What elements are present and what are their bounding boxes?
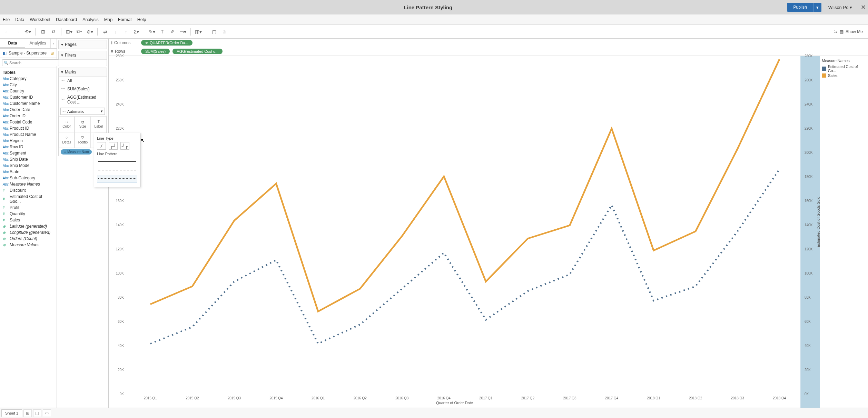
rows-pill-sales[interactable]: SUM(Sales) bbox=[141, 49, 170, 54]
rows-shelf[interactable]: ≡Rows SUM(Sales) AGG(Estimated Cost o... bbox=[109, 47, 868, 56]
menu-map[interactable]: Map bbox=[104, 17, 112, 22]
line-pattern-solid[interactable] bbox=[97, 158, 137, 165]
field-item[interactable]: AbcRow ID bbox=[0, 144, 57, 150]
marks-pill-measure-names[interactable]: ⁙ Measure Nam bbox=[61, 149, 92, 155]
line-type-linear[interactable]: 〳 bbox=[97, 142, 106, 150]
field-item[interactable]: AbcMeasure Names bbox=[0, 181, 57, 187]
share-icon[interactable]: ⎚ bbox=[220, 28, 228, 36]
line-pattern-dashed[interactable] bbox=[97, 166, 137, 174]
datasource-view-icon[interactable]: ⊞ bbox=[50, 51, 54, 56]
save-icon[interactable]: ⟲▾ bbox=[23, 28, 32, 36]
field-item[interactable]: AbcOrder Date bbox=[0, 107, 57, 113]
new-story-icon[interactable]: ▭ bbox=[43, 409, 51, 417]
menu-format[interactable]: Format bbox=[118, 17, 132, 22]
columns-shelf[interactable]: ⦀Columns ⊕QUARTER(Order Da... bbox=[109, 39, 868, 47]
undo-icon[interactable]: ← bbox=[3, 28, 11, 36]
publish-button[interactable]: Publish bbox=[787, 3, 813, 12]
field-item[interactable]: AbcOrder ID bbox=[0, 113, 57, 119]
clear-icon[interactable]: ⊘▾ bbox=[86, 28, 94, 36]
tab-data[interactable]: Data bbox=[0, 39, 25, 48]
field-type-icon: Abc bbox=[3, 83, 8, 87]
sort-asc-icon[interactable]: ↓ bbox=[111, 28, 120, 36]
field-item[interactable]: ⊕Orders (Count) bbox=[0, 236, 57, 242]
chart-canvas[interactable]: 0K20K40K60K80K100K120K140K160K180K200K22… bbox=[109, 56, 800, 408]
rows-pill-cost[interactable]: AGG(Estimated Cost o... bbox=[172, 49, 223, 54]
field-item[interactable]: AbcCountry bbox=[0, 88, 57, 94]
marks-all[interactable]: 〰All bbox=[59, 77, 107, 85]
field-item[interactable]: #Estimated Cost of Goo... bbox=[0, 193, 57, 205]
line-pattern-dotted[interactable] bbox=[97, 175, 137, 182]
highlight-icon[interactable]: ✎▾ bbox=[148, 28, 156, 36]
field-item[interactable]: AbcSub-Category bbox=[0, 175, 57, 181]
totals-icon[interactable]: Σ▾ bbox=[132, 28, 140, 36]
marks-detail-button[interactable]: ⁘Detail bbox=[59, 132, 75, 148]
field-item[interactable]: AbcCustomer ID bbox=[0, 94, 57, 100]
datasource-item[interactable]: ◧ Sample - Superstore ⊞ bbox=[0, 49, 57, 58]
presentation-icon[interactable]: ▢ bbox=[210, 28, 218, 36]
field-item[interactable]: AbcProduct Name bbox=[0, 131, 57, 138]
field-item[interactable]: #Discount bbox=[0, 187, 57, 193]
menu-worksheet[interactable]: Worksheet bbox=[30, 17, 51, 22]
field-item[interactable]: AbcShip Mode bbox=[0, 162, 57, 169]
tab-analytics[interactable]: Analytics bbox=[25, 39, 50, 48]
sheet-tab-1[interactable]: Sheet 1 bbox=[1, 409, 22, 417]
y-axis-right-band[interactable]: 0K20K40K60K80K100K120K140K160K180K200K22… bbox=[800, 56, 820, 408]
field-item[interactable]: #Sales bbox=[0, 217, 57, 223]
menu-dashboard[interactable]: Dashboard bbox=[56, 17, 77, 22]
columns-pill-quarter[interactable]: ⊕QUARTER(Order Da... bbox=[141, 40, 193, 46]
chart-type-icon[interactable]: ▥▾ bbox=[194, 28, 203, 36]
legend-item-sales[interactable]: Sales bbox=[822, 73, 866, 78]
field-item[interactable]: ⊕Latitude (generated) bbox=[0, 223, 57, 229]
field-item[interactable]: AbcProduct ID bbox=[0, 125, 57, 131]
menu-help[interactable]: Help bbox=[137, 17, 146, 22]
pages-shelf[interactable]: ▾Pages bbox=[59, 40, 107, 49]
marks-size-button[interactable]: ◔Size bbox=[75, 116, 90, 132]
marks-sum-sales[interactable]: 〰SUM(Sales) bbox=[59, 85, 107, 93]
marks-agg-cost[interactable]: 〰AGG(Estimated Cost ... bbox=[59, 93, 107, 106]
new-worksheet-icon[interactable]: ⊞ bbox=[23, 409, 32, 417]
menu-data[interactable]: Data bbox=[15, 17, 24, 22]
show-me-grid-icon: ▦ bbox=[840, 29, 844, 34]
field-item[interactable]: AbcRegion bbox=[0, 138, 57, 144]
marks-label-button[interactable]: TLabel bbox=[91, 116, 107, 132]
new-sheet-icon[interactable]: ⊞▾ bbox=[65, 28, 73, 36]
line-type-jump[interactable]: ┘┌ bbox=[120, 142, 129, 150]
field-item[interactable]: #Profit bbox=[0, 205, 57, 211]
field-item[interactable]: AbcShip Date bbox=[0, 156, 57, 162]
fit-icon[interactable]: ▭▾ bbox=[179, 28, 187, 36]
filters-shelf[interactable]: ▾Filters bbox=[59, 51, 107, 60]
field-item[interactable]: AbcSegment bbox=[0, 150, 57, 156]
sort-desc-icon[interactable]: ↑ bbox=[122, 28, 130, 36]
field-item[interactable]: AbcState bbox=[0, 169, 57, 175]
menu-analysis[interactable]: Analysis bbox=[82, 17, 99, 22]
line-type-step[interactable]: ┌┘ bbox=[109, 142, 118, 150]
field-item[interactable]: AbcPostal Code bbox=[0, 119, 57, 125]
menu-file[interactable]: File bbox=[3, 17, 10, 22]
legend-item-cost[interactable]: Estimated Cost of Go... bbox=[822, 64, 866, 73]
publish-dropdown[interactable]: ▾ bbox=[813, 3, 821, 12]
search-input[interactable] bbox=[2, 59, 59, 66]
field-item[interactable]: AbcCity bbox=[0, 82, 57, 88]
field-item[interactable]: AbcCategory bbox=[0, 76, 57, 82]
pause-updates-icon[interactable]: ⧉ bbox=[49, 28, 58, 36]
color-legend[interactable]: Measure Names Estimated Cost of Go... Sa… bbox=[820, 56, 868, 408]
close-icon[interactable]: ✕ bbox=[858, 3, 868, 11]
user-menu[interactable]: Wilson Po ▾ bbox=[828, 5, 852, 10]
swap-icon[interactable]: ⇄ bbox=[101, 28, 109, 36]
label-icon[interactable]: T bbox=[158, 28, 166, 36]
new-datasource-icon[interactable]: ⊞ bbox=[39, 28, 47, 36]
field-item[interactable]: ⊕Measure Values bbox=[0, 242, 57, 248]
field-type-icon: Abc bbox=[3, 114, 8, 118]
marks-color-button[interactable]: ⁙Color bbox=[59, 116, 75, 132]
field-item[interactable]: AbcCustomer Name bbox=[0, 100, 57, 107]
show-me-button[interactable]: 🗂 ▦ Show Me bbox=[831, 28, 865, 35]
field-item[interactable]: #Quantity bbox=[0, 211, 57, 217]
marks-tooltip-button[interactable]: 🗨Tooltip bbox=[75, 132, 90, 148]
format-icon[interactable]: ✐ bbox=[168, 28, 177, 36]
mark-type-select[interactable]: 〰 Automatic▾ bbox=[60, 108, 105, 115]
duplicate-icon[interactable]: ⧉▾ bbox=[75, 28, 83, 36]
new-dashboard-icon[interactable]: ◫ bbox=[33, 409, 41, 417]
redo-icon[interactable]: → bbox=[13, 28, 21, 36]
field-item[interactable]: ⊕Longitude (generated) bbox=[0, 229, 57, 236]
collapse-pane-icon[interactable]: ‹ bbox=[50, 39, 57, 48]
